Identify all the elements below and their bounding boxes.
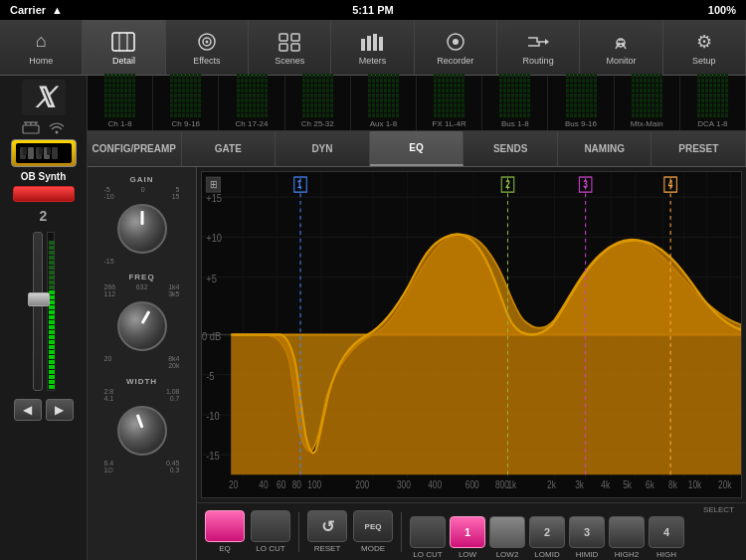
- nav-meters-label: Meters: [359, 56, 387, 66]
- tab-dyn[interactable]: DYN: [276, 131, 370, 166]
- channel-fader[interactable]: [33, 232, 43, 391]
- vu-bar: [523, 74, 526, 118]
- nav-effects[interactable]: Effects: [166, 20, 249, 75]
- connectivity-icons: [21, 119, 67, 135]
- low2-band-button[interactable]: [489, 516, 525, 548]
- level-meter: [47, 232, 55, 391]
- nav-detail[interactable]: Detail: [83, 20, 165, 75]
- lomid-band-label: LOMID: [534, 550, 559, 559]
- high-band-button[interactable]: 4: [649, 516, 684, 548]
- reset-button[interactable]: ↺: [307, 510, 347, 542]
- vu-bar: [570, 74, 573, 118]
- vu-bar: [659, 74, 662, 118]
- nav-scenes[interactable]: Scenes: [249, 20, 331, 75]
- vu-bar: [174, 74, 177, 118]
- lomid-band-button[interactable]: 2: [529, 516, 565, 548]
- nav-monitor-label: Monitor: [606, 56, 636, 66]
- vu-bar: [380, 74, 383, 118]
- vu-bar: [132, 74, 135, 118]
- svg-text:60: 60: [277, 479, 285, 490]
- nav-setup[interactable]: ⚙ Setup: [663, 20, 746, 75]
- svg-text:20k: 20k: [718, 479, 732, 490]
- svg-text:𝕏: 𝕏: [32, 83, 59, 113]
- mode-label: MODE: [361, 544, 385, 553]
- nav-setup-label: Setup: [692, 56, 716, 66]
- svg-point-19: [622, 42, 625, 45]
- svg-text:2: 2: [505, 180, 510, 191]
- low-band-button[interactable]: 1: [450, 516, 485, 548]
- low-band-label: LOW: [459, 550, 476, 559]
- vu-bar: [507, 74, 510, 118]
- locut-toggle-button[interactable]: [251, 510, 290, 542]
- tab-preset[interactable]: PRESET: [652, 131, 746, 166]
- svg-rect-6: [280, 34, 287, 41]
- nav-meters[interactable]: Meters: [331, 20, 414, 75]
- channel-number: 2: [40, 208, 48, 224]
- channel-color-indicator[interactable]: [13, 186, 75, 202]
- tab-config[interactable]: CONFIG/PREAMP: [88, 131, 182, 166]
- svg-marker-16: [545, 39, 549, 45]
- locut-band-button[interactable]: [410, 516, 446, 548]
- svg-text:20: 20: [229, 479, 238, 490]
- tab-naming[interactable]: NAMING: [558, 131, 653, 166]
- vu-bar: [194, 74, 197, 118]
- battery-indicator: 100%: [708, 4, 736, 16]
- nav-home[interactable]: ⌂ Home: [0, 20, 83, 75]
- vu-bar: [725, 74, 728, 118]
- vu-bar: [241, 74, 244, 118]
- width-knob-group: WIDTH 2:81.08 4.10.7 6.40.45 1∅0.3: [104, 377, 180, 474]
- nav-recorder[interactable]: Recorder: [415, 20, 497, 75]
- vu-bar: [372, 74, 375, 118]
- vu-group-Mtx-Main: Mtx-Main: [615, 76, 680, 130]
- setup-icon: ⚙: [690, 30, 718, 54]
- vu-bar: [104, 74, 107, 118]
- monitor-icon: [607, 30, 635, 54]
- eq-canvas-area[interactable]: +15 +10 +5 0 dB -5 -10 -15 20 40 60 80 1…: [201, 171, 742, 498]
- vu-bar: [640, 74, 643, 118]
- vu-bar: [442, 74, 445, 118]
- vu-bar: [450, 74, 453, 118]
- vu-bar: [388, 74, 391, 118]
- high2-band-button[interactable]: [609, 516, 645, 548]
- vu-bar: [368, 74, 371, 118]
- locut-band-label: LO CUT: [413, 550, 442, 559]
- vu-bar: [198, 74, 201, 118]
- himid-band-button[interactable]: 3: [569, 516, 605, 548]
- himid-band-group: 3 HIMID: [569, 516, 605, 559]
- svg-rect-11: [367, 36, 371, 51]
- tab-gate[interactable]: GATE: [182, 131, 277, 166]
- fader-thumb[interactable]: [28, 292, 50, 306]
- vu-bar: [249, 74, 252, 118]
- fader-track[interactable]: [33, 232, 43, 391]
- channel-label-box[interactable]: [11, 139, 77, 167]
- mode-button[interactable]: PEQ: [353, 510, 393, 542]
- nav-monitor[interactable]: Monitor: [580, 20, 662, 75]
- width-knob[interactable]: [117, 406, 167, 456]
- tab-eq[interactable]: EQ: [370, 131, 465, 166]
- svg-text:+15: +15: [206, 192, 222, 204]
- vu-bar: [648, 74, 651, 118]
- svg-rect-35: [39, 147, 43, 155]
- vu-bar: [124, 74, 127, 118]
- high-band-label: HIGH: [656, 550, 676, 559]
- nav-routing[interactable]: Routing: [497, 20, 580, 75]
- svg-rect-22: [23, 125, 39, 133]
- vu-bar: [310, 74, 313, 118]
- svg-text:+5: +5: [206, 273, 217, 284]
- gain-knob[interactable]: [117, 204, 167, 254]
- vu-group-Ch-1-8: Ch 1-8: [88, 76, 153, 130]
- vu-bar: [527, 74, 530, 118]
- freq-knob[interactable]: [117, 301, 167, 351]
- svg-text:1: 1: [297, 180, 302, 191]
- next-channel-button[interactable]: ▶: [46, 399, 74, 421]
- vu-bar: [701, 74, 704, 118]
- tab-sends[interactable]: SENDS: [464, 131, 558, 166]
- prev-channel-button[interactable]: ◀: [14, 399, 42, 421]
- eq-toggle-button[interactable]: [205, 510, 245, 542]
- select-section: SELECT LO CUT 1 LOW: [410, 505, 738, 559]
- vu-bar: [326, 74, 329, 118]
- svg-text:3k: 3k: [575, 479, 584, 490]
- vu-bar: [120, 74, 123, 118]
- svg-text:2k: 2k: [547, 479, 556, 490]
- recorder-icon: [442, 30, 469, 54]
